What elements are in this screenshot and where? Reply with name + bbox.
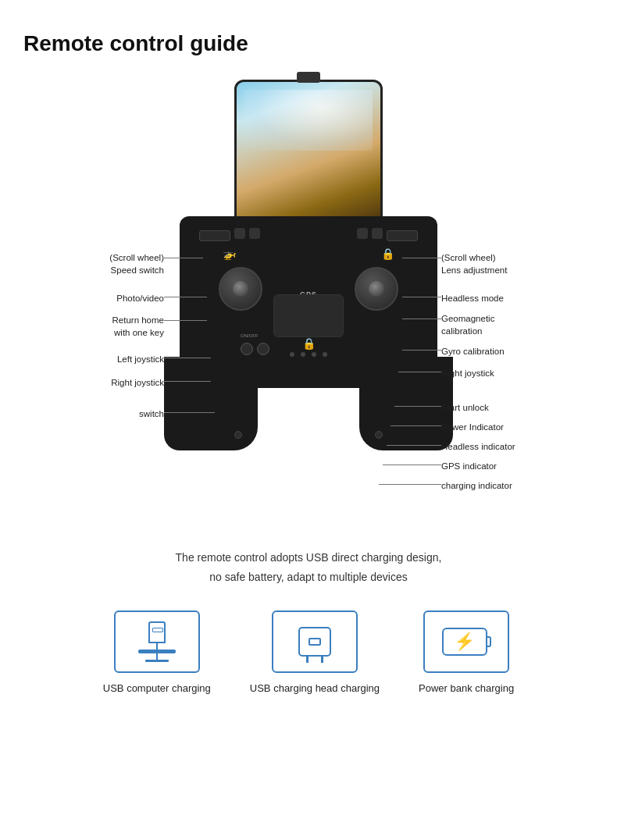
ann-gyro: Gyro calibration — [441, 345, 505, 358]
gps-indicator-line — [383, 464, 441, 465]
adapter-body — [298, 627, 331, 657]
right-icon: 🔒 — [381, 247, 394, 260]
usb-head-icon-box — [272, 610, 358, 673]
gps-indicator-label: GPS indicator — [441, 460, 497, 472]
bottom-description: The remote control adopts USB direct cha… — [23, 548, 594, 587]
usb-stand — [156, 653, 158, 660]
top-btn-2 — [249, 228, 260, 239]
scroll-wheel-left — [199, 230, 230, 241]
power-indicator-line — [391, 425, 441, 426]
ann-return-home: Return homewith one key — [112, 314, 164, 339]
charging-options-row: USB computer charging USB charging — [23, 610, 594, 694]
adapter-port — [308, 638, 321, 646]
ann-photo-video: Photo/video — [116, 292, 164, 304]
photo-video-line — [164, 297, 207, 297]
led-3 — [312, 352, 316, 357]
bottom-text-line2: no safe battery, adapt to multiple devic… — [209, 571, 407, 583]
led-4 — [323, 352, 327, 357]
ann-lens-adj: (Scroll wheel)Lens adjustment — [441, 251, 507, 276]
headless-mode-label: Headless mode — [441, 292, 504, 304]
usb-plug-inner — [152, 628, 163, 632]
lightning-icon: ⚡ — [454, 632, 475, 652]
diagram-section: 🚁 🔒 GPS ON/OFF — [23, 80, 594, 532]
headless-mode-line — [402, 297, 441, 297]
joystick-left — [219, 267, 262, 311]
usb-plug-body — [148, 621, 166, 643]
usb-computer-label: USB computer charging — [103, 682, 211, 694]
usb-foot — [145, 660, 169, 662]
led-2 — [301, 352, 305, 357]
indicator-leds — [290, 352, 327, 357]
screw-left — [234, 431, 242, 439]
right-joystick-line — [398, 372, 441, 372]
controller-image: 🚁 🔒 GPS ON/OFF — [164, 80, 453, 486]
headless-indicator-label: Headless indicator — [441, 440, 515, 453]
onoff-label-text: ON/OFF — [241, 333, 259, 338]
power-bank-tip — [487, 636, 491, 647]
controller-body: 🚁 🔒 GPS ON/OFF — [164, 216, 453, 450]
ann-right-joystick: Right joystick — [441, 367, 494, 379]
ann-left-joystick: Left joystick — [117, 353, 164, 365]
usb-computer-icon — [138, 621, 176, 662]
photo-video-label: Photo/video — [116, 292, 164, 304]
led-1 — [290, 352, 294, 357]
ann-headless-mode: Headless mode — [441, 292, 504, 304]
ann-right-joystick-left: Right joystick — [111, 376, 164, 389]
start-unlock-line — [394, 406, 441, 407]
gyro-label: Gyro calibration — [441, 345, 505, 358]
ann-gps-indicator: GPS indicator — [441, 460, 497, 472]
right-top-buttons — [357, 228, 383, 239]
prong-right — [321, 655, 323, 663]
page-title: Remote control guide — [23, 31, 594, 56]
ann-charging-indicator: charging indicator — [441, 479, 512, 492]
scroll-speed-label: (Scroll wheel)Speed switch — [109, 251, 164, 276]
lens-adj-label: (Scroll wheel)Lens adjustment — [441, 251, 507, 276]
ann-power-indicator: Power Indicator — [441, 421, 504, 433]
top-btn-1 — [234, 228, 245, 239]
left-joystick-label: Left joystick — [117, 353, 164, 365]
prong-left — [306, 655, 308, 663]
phone — [234, 80, 383, 236]
ann-scroll-speed: (Scroll wheel)Speed switch — [109, 251, 164, 276]
top-btn-4 — [372, 228, 383, 239]
usb-computer-icon-box — [114, 610, 200, 673]
scroll-speed-line — [164, 258, 203, 258]
usb-stem — [156, 643, 158, 650]
power-bank-label: Power bank charging — [419, 682, 514, 694]
usb-head-icon — [298, 627, 331, 657]
ann-geomagnetic: Geomagneticcalibration — [441, 312, 494, 337]
touchpad — [273, 294, 344, 337]
ann-switch: switch — [139, 408, 164, 420]
power-indicator-label: Power Indicator — [441, 421, 504, 433]
lens-adj-line — [402, 258, 441, 258]
left-icon: 🚁 — [223, 247, 236, 260]
geomagnetic-label: Geomagneticcalibration — [441, 312, 494, 337]
power-bank-icon-box: ⚡ — [423, 610, 509, 673]
onoff-area: ON/OFF — [241, 343, 269, 355]
page: Remote control guide — [0, 0, 617, 725]
top-btn-3 — [357, 228, 368, 239]
switch-label: switch — [139, 408, 164, 420]
charging-indicator-label: charging indicator — [441, 479, 512, 492]
onoff-btn-2 — [257, 343, 269, 355]
geomagnetic-line — [402, 319, 441, 319]
right-joystick-left-line — [164, 381, 211, 382]
onoff-btn-1 — [241, 343, 253, 355]
ann-headless-indicator: Headless indicator — [441, 440, 515, 453]
switch-line — [164, 412, 215, 413]
power-bank-icon: ⚡ — [442, 628, 491, 656]
phone-screen — [237, 82, 380, 233]
right-joystick-label: Right joystick — [441, 367, 494, 379]
charging-indicator-line — [379, 484, 441, 485]
ann-start-unlock: Start unlock — [441, 401, 489, 414]
left-top-buttons — [234, 228, 260, 239]
return-home-line — [164, 320, 207, 321]
handle-left — [164, 357, 258, 450]
power-bank-body: ⚡ — [442, 628, 487, 656]
screw-right — [375, 431, 383, 439]
scroll-wheel-right — [387, 230, 418, 241]
left-joystick-line — [164, 358, 211, 358]
phone-clip — [297, 72, 320, 83]
charging-item-usb-head: USB charging head charging — [250, 610, 380, 694]
joystick-right — [355, 267, 398, 311]
